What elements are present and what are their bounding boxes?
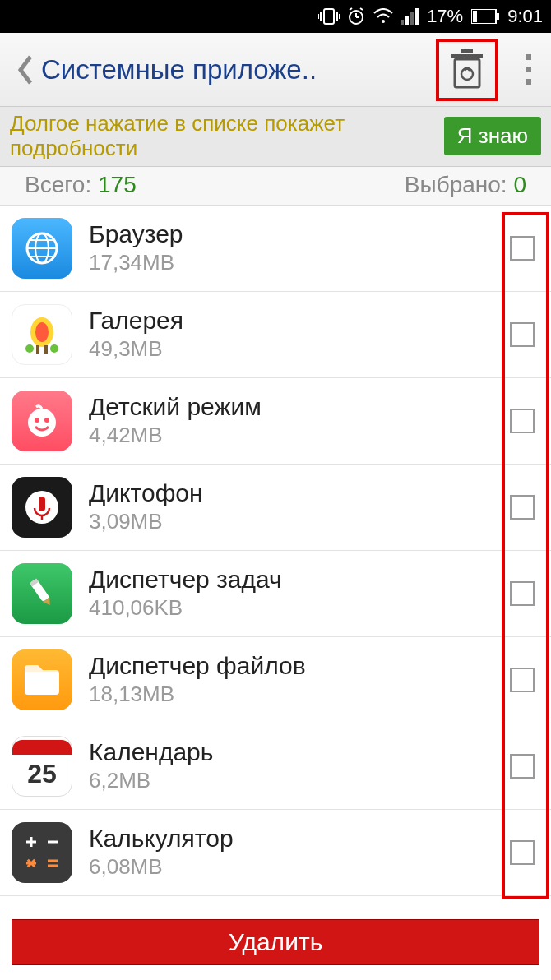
list-item[interactable]: Диспетчер задач410,06KB bbox=[0, 551, 551, 637]
battery-pct: 17% bbox=[427, 6, 463, 27]
list-item[interactable]: 25Календарь6,2MB bbox=[0, 723, 551, 810]
clock: 9:01 bbox=[507, 6, 543, 27]
delete-button[interactable]: Удалить bbox=[12, 919, 539, 965]
svg-rect-16 bbox=[473, 11, 477, 22]
svg-point-31 bbox=[50, 344, 58, 353]
list-item[interactable]: Диктофон3,09MB bbox=[0, 465, 551, 551]
wifi-icon bbox=[373, 8, 394, 25]
app-text: Галерея49,3MB bbox=[89, 307, 510, 362]
app-name: Калькулятор bbox=[89, 825, 510, 853]
svg-point-34 bbox=[44, 418, 49, 423]
app-checkbox[interactable] bbox=[510, 409, 535, 433]
selected-count: Выбрано: 0 bbox=[405, 172, 526, 198]
svg-point-33 bbox=[35, 418, 39, 423]
list-item[interactable]: Детский режим4,42MB bbox=[0, 378, 551, 465]
total-label: Всего: bbox=[25, 172, 91, 197]
app-list: Браузер17,34MBГалерея49,3MBДетский режим… bbox=[0, 206, 551, 896]
total-count: Всего: 175 bbox=[25, 172, 137, 198]
svg-point-27 bbox=[35, 322, 49, 342]
app-name: Браузер bbox=[89, 220, 510, 248]
status-bar: 17% 9:01 bbox=[0, 0, 551, 33]
list-item[interactable]: Галерея49,3MB bbox=[0, 292, 551, 378]
vibrate-icon bbox=[318, 7, 340, 25]
status-icons bbox=[318, 7, 419, 26]
app-size: 4,42MB bbox=[89, 423, 510, 448]
app-name: Галерея bbox=[89, 307, 510, 335]
app-name: Детский режим bbox=[89, 393, 510, 421]
svg-rect-14 bbox=[415, 8, 419, 25]
svg-point-32 bbox=[28, 409, 56, 437]
svg-rect-41 bbox=[25, 672, 59, 695]
files-icon bbox=[12, 649, 72, 710]
signal-icon bbox=[401, 8, 419, 25]
svg-rect-36 bbox=[39, 497, 45, 511]
app-size: 17,34MB bbox=[89, 250, 510, 275]
svg-rect-0 bbox=[324, 9, 334, 24]
svg-rect-28 bbox=[36, 345, 39, 354]
trash-button[interactable] bbox=[444, 44, 490, 96]
svg-line-9 bbox=[360, 8, 363, 10]
svg-rect-20 bbox=[461, 49, 473, 53]
recorder-icon bbox=[12, 477, 72, 538]
alarm-icon bbox=[346, 7, 366, 26]
overflow-menu-button[interactable] bbox=[518, 45, 538, 95]
app-checkbox[interactable] bbox=[510, 754, 535, 779]
app-text: Календарь6,2MB bbox=[89, 738, 510, 793]
trash-icon bbox=[450, 49, 484, 90]
app-checkbox[interactable] bbox=[510, 668, 535, 692]
page-title: Системные приложе.. bbox=[41, 54, 436, 86]
back-button[interactable] bbox=[8, 45, 41, 95]
hint-bar: Долгое нажатие в списке покажет подробно… bbox=[0, 107, 551, 167]
delete-bar: Удалить bbox=[0, 909, 551, 980]
app-text: Браузер17,34MB bbox=[89, 220, 510, 275]
list-item[interactable]: Браузер17,34MB bbox=[0, 206, 551, 292]
dot-icon bbox=[526, 79, 531, 85]
trash-highlight bbox=[436, 39, 498, 101]
svg-rect-12 bbox=[405, 16, 409, 25]
app-checkbox[interactable] bbox=[510, 581, 535, 606]
app-size: 49,3MB bbox=[89, 336, 510, 362]
app-text: Диктофон3,09MB bbox=[89, 479, 510, 534]
app-text: Калькулятор6,08MB bbox=[89, 825, 510, 880]
svg-rect-17 bbox=[497, 13, 499, 20]
calendar-icon: 25 bbox=[12, 736, 72, 797]
app-size: 410,06KB bbox=[89, 595, 510, 621]
gallery-icon bbox=[12, 304, 72, 365]
svg-rect-11 bbox=[401, 20, 404, 25]
app-size: 6,2MB bbox=[89, 768, 510, 793]
app-size: 3,09MB bbox=[89, 509, 510, 534]
app-header: Системные приложе.. bbox=[0, 33, 551, 107]
browser-icon bbox=[12, 218, 72, 279]
app-name: Диспетчер задач bbox=[89, 566, 510, 594]
app-text: Диспетчер файлов18,13MB bbox=[89, 652, 510, 707]
kids-icon bbox=[12, 391, 72, 451]
selected-value: 0 bbox=[513, 172, 526, 197]
svg-rect-18 bbox=[455, 59, 479, 87]
svg-line-8 bbox=[350, 8, 352, 10]
svg-point-30 bbox=[25, 344, 34, 353]
chevron-left-icon bbox=[16, 53, 34, 86]
total-value: 175 bbox=[98, 172, 137, 197]
dot-icon bbox=[526, 54, 531, 60]
list-item[interactable]: Диспетчер файлов18,13MB bbox=[0, 637, 551, 723]
app-checkbox[interactable] bbox=[510, 322, 535, 347]
svg-rect-19 bbox=[451, 54, 483, 58]
app-checkbox[interactable] bbox=[510, 236, 535, 261]
app-checkbox[interactable] bbox=[510, 495, 535, 520]
task-icon bbox=[12, 563, 72, 624]
calc-icon bbox=[12, 822, 72, 883]
selected-label: Выбрано: bbox=[405, 172, 507, 197]
battery-icon bbox=[471, 9, 499, 24]
app-text: Детский режим4,42MB bbox=[89, 393, 510, 448]
list-item[interactable]: Калькулятор6,08MB bbox=[0, 810, 551, 896]
svg-rect-13 bbox=[410, 12, 414, 25]
hint-dismiss-button[interactable]: Я знаю bbox=[444, 117, 541, 155]
app-name: Календарь bbox=[89, 738, 510, 766]
app-size: 18,13MB bbox=[89, 682, 510, 707]
svg-rect-29 bbox=[44, 345, 48, 354]
dot-icon bbox=[526, 67, 531, 72]
hint-text: Долгое нажатие в списке покажет подробно… bbox=[10, 112, 444, 161]
app-name: Диктофон bbox=[89, 479, 510, 507]
summary-bar: Всего: 175 Выбрано: 0 bbox=[0, 167, 551, 206]
app-checkbox[interactable] bbox=[510, 840, 535, 865]
